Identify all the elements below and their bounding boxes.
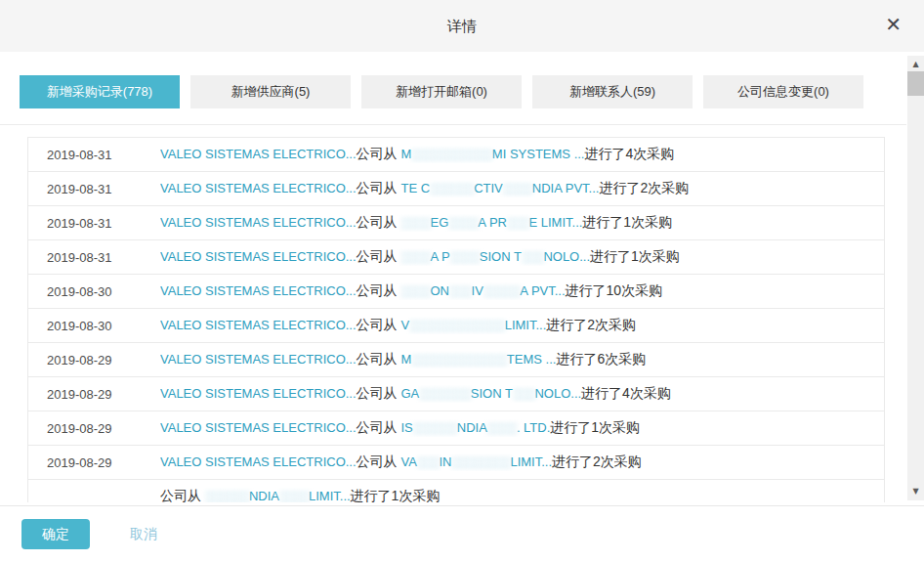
record-prefix: 公司从 bbox=[357, 146, 401, 161]
record-row: 2019-08-31 VALEO SISTEMAS ELECTRICO...公司… bbox=[28, 138, 884, 172]
supplier-name-segment: NDIA PVT... bbox=[532, 181, 600, 195]
company-link[interactable]: VALEO SISTEMAS ELECTRICO... bbox=[160, 181, 357, 195]
supplier-name-segment: A P bbox=[431, 249, 450, 264]
supplier-name-segment: M bbox=[400, 147, 411, 161]
tab-label: 新增采购记录(778) bbox=[47, 83, 152, 101]
record-date: 2019-08-31 bbox=[28, 182, 160, 196]
record-row: 2019-08-31 VALEO SISTEMAS ELECTRICO...公司… bbox=[28, 240, 884, 275]
scroll-up-icon[interactable]: ▲ bbox=[907, 58, 924, 71]
record-text: VALEO SISTEMAS ELECTRICO...公司从 M▒▒▒▒▒▒▒▒… bbox=[160, 351, 884, 368]
supplier-redacted-segment: ▒▒▒▒ bbox=[400, 216, 430, 230]
supplier-name: IS▒▒▒▒▒▒NDIA▒▒▒▒. LTD. bbox=[400, 420, 550, 435]
tab-3[interactable]: 新增联系人(59) bbox=[532, 75, 693, 108]
supplier-redacted-segment: ▒▒▒▒▒▒ bbox=[430, 182, 474, 195]
record-action: 进行了10次采购 bbox=[566, 282, 663, 298]
tab-2[interactable]: 新增打开邮箱(0) bbox=[361, 75, 522, 108]
company-link[interactable]: VALEO SISTEMAS ELECTRICO... bbox=[160, 147, 357, 161]
supplier-name: ▒▒▒▒EG▒▒▒▒A PR▒▒▒E LIMIT... bbox=[400, 215, 582, 230]
supplier-redacted-segment: ▒▒▒▒ bbox=[487, 421, 517, 435]
supplier-name: TE C▒▒▒▒▒▒CTIV▒▒▒▒NDIA PVT... bbox=[400, 181, 599, 195]
record-text: VALEO SISTEMAS ELECTRICO...公司从 M▒▒▒▒▒▒▒▒… bbox=[160, 146, 884, 163]
record-action: 进行了4次采购 bbox=[581, 385, 671, 401]
company-link[interactable]: VALEO SISTEMAS ELECTRICO... bbox=[160, 318, 357, 332]
company-link[interactable]: VALEO SISTEMAS ELECTRICO... bbox=[160, 215, 357, 230]
record-prefix: 公司从 bbox=[357, 180, 401, 195]
record-row: 2019-08-29 VALEO SISTEMAS ELECTRICO...公司… bbox=[28, 411, 884, 446]
record-text: VALEO SISTEMAS ELECTRICO...公司从 ▒▒▒▒A P▒▒… bbox=[160, 248, 884, 266]
supplier-name: V▒▒▒▒▒▒▒▒▒▒▒▒▒LIMIT... bbox=[400, 318, 546, 332]
record-text: VALEO SISTEMAS ELECTRICO...公司从 ▒▒▒▒EG▒▒▒… bbox=[160, 214, 884, 232]
record-action: 进行了2次采购 bbox=[599, 180, 689, 195]
record-prefix: 公司从 bbox=[357, 317, 401, 332]
tab-0[interactable]: 新增采购记录(778) bbox=[20, 75, 180, 108]
record-action: 进行了1次采购 bbox=[550, 419, 640, 435]
supplier-redacted-segment: ▒▒▒▒▒▒▒▒▒▒▒▒▒ bbox=[411, 353, 507, 367]
supplier-name-segment: NDIA bbox=[249, 489, 279, 502]
record-prefix: 公司从 bbox=[357, 282, 401, 298]
supplier-name: M▒▒▒▒▒▒▒▒▒▒▒▒▒TEMS ... bbox=[400, 352, 556, 367]
record-action: 进行了2次采购 bbox=[546, 317, 636, 332]
supplier-name-segment: VA bbox=[400, 454, 416, 469]
supplier-redacted-segment: ▒▒▒▒ bbox=[503, 182, 532, 195]
company-link[interactable]: VALEO SISTEMAS ELECTRICO... bbox=[160, 454, 357, 469]
supplier-name-segment: TE C bbox=[400, 181, 430, 195]
modal-title: 详情 bbox=[0, 0, 924, 52]
tab-bar: 新增采购记录(778)新增供应商(5)新增打开邮箱(0)新增联系人(59)公司信… bbox=[20, 75, 863, 108]
supplier-name-segment: GA bbox=[400, 386, 419, 401]
supplier-redacted-segment: ▒▒▒▒▒▒▒ bbox=[419, 387, 471, 401]
record-prefix: 公司从 bbox=[357, 351, 401, 367]
supplier-name-segment: TEMS ... bbox=[507, 352, 557, 367]
cancel-button[interactable]: 取消 bbox=[124, 525, 163, 544]
record-prefix: 公司从 bbox=[357, 385, 401, 401]
supplier-redacted-segment: ▒▒▒ bbox=[513, 387, 535, 401]
supplier-name-segment: E LIMIT... bbox=[528, 215, 582, 230]
supplier-redacted-segment: ▒▒▒▒▒▒ bbox=[413, 421, 457, 435]
record-text: VALEO SISTEMAS ELECTRICO...公司从 V▒▒▒▒▒▒▒▒… bbox=[160, 317, 884, 334]
supplier-redacted-segment: ▒▒▒ bbox=[417, 455, 440, 469]
record-action: 进行了6次采购 bbox=[556, 351, 646, 367]
record-action: 进行了1次采购 bbox=[351, 488, 441, 502]
supplier-name-segment: SION T bbox=[471, 386, 513, 401]
supplier-redacted-segment: ▒▒▒▒ bbox=[448, 216, 478, 230]
supplier-redacted-segment: ▒▒▒▒▒▒▒▒ bbox=[451, 455, 510, 469]
supplier-name-segment: A PVT... bbox=[520, 283, 565, 298]
supplier-redacted-segment: ▒▒▒▒▒▒ bbox=[205, 490, 249, 502]
modal-header: 详情 ✕ bbox=[0, 0, 924, 52]
supplier-name-segment: EG bbox=[431, 215, 449, 230]
record-date: 2019-08-30 bbox=[28, 319, 160, 333]
tab-4[interactable]: 公司信息变更(0) bbox=[703, 75, 863, 108]
record-date: 2019-08-31 bbox=[28, 216, 160, 231]
scroll-down-icon[interactable]: ▼ bbox=[907, 485, 924, 498]
vertical-scrollbar[interactable]: ▲ ▼ bbox=[907, 56, 924, 500]
record-date: 2019-08-31 bbox=[28, 148, 160, 162]
supplier-redacted-segment: ▒▒▒▒ bbox=[400, 284, 430, 298]
tab-label: 新增供应商(5) bbox=[231, 83, 311, 101]
supplier-name-segment: A PR bbox=[478, 215, 507, 230]
tabs-separator bbox=[0, 124, 906, 125]
supplier-redacted-segment: ▒▒▒▒ bbox=[450, 250, 480, 264]
close-icon[interactable]: ✕ bbox=[885, 15, 902, 34]
record-date: 2019-08-29 bbox=[28, 353, 160, 367]
supplier-name-segment: IN bbox=[439, 454, 451, 469]
record-action: 进行了4次采购 bbox=[584, 146, 674, 161]
company-link[interactable]: VALEO SISTEMAS ELECTRICO... bbox=[160, 386, 357, 401]
company-link[interactable]: VALEO SISTEMAS ELECTRICO... bbox=[160, 249, 357, 264]
record-text: VALEO SISTEMAS ELECTRICO...公司从 TE C▒▒▒▒▒… bbox=[160, 180, 884, 197]
company-link[interactable]: VALEO SISTEMAS ELECTRICO... bbox=[160, 283, 357, 298]
supplier-name-segment: LIMIT... bbox=[505, 318, 547, 332]
supplier-name-segment: CTIV bbox=[474, 181, 503, 195]
scrollbar-thumb[interactable] bbox=[907, 71, 924, 96]
supplier-name-segment: LIMIT... bbox=[309, 489, 351, 502]
supplier-redacted-segment: ▒▒▒▒ bbox=[279, 490, 309, 502]
supplier-name-segment: LIMIT... bbox=[510, 454, 552, 469]
record-date: 2019-08-29 bbox=[28, 421, 160, 436]
supplier-name-segment: IV bbox=[472, 283, 483, 298]
confirm-button[interactable]: 确定 bbox=[21, 519, 90, 549]
supplier-name: M▒▒▒▒▒▒▒▒▒▒▒MI SYSTEMS ... bbox=[400, 147, 584, 161]
supplier-redacted-segment: ▒▒▒ bbox=[449, 284, 472, 298]
company-link[interactable]: VALEO SISTEMAS ELECTRICO... bbox=[160, 420, 357, 435]
tab-1[interactable]: 新增供应商(5) bbox=[190, 75, 351, 108]
record-row: 2019-08-31 VALEO SISTEMAS ELECTRICO...公司… bbox=[28, 206, 884, 240]
record-text: VALEO SISTEMAS ELECTRICO...公司从 IS▒▒▒▒▒▒N… bbox=[160, 419, 884, 437]
company-link[interactable]: VALEO SISTEMAS ELECTRICO... bbox=[160, 352, 357, 367]
